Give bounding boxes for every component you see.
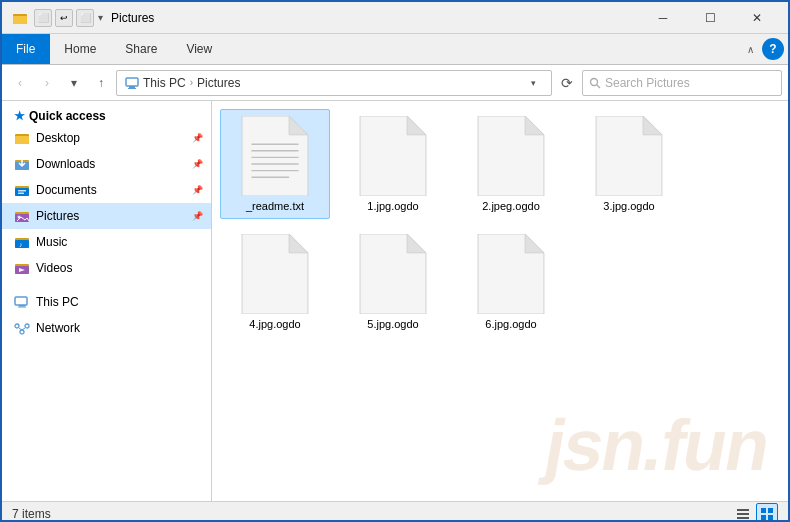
svg-rect-56 xyxy=(768,508,773,513)
files-area: jsn.fun _readme.txt xyxy=(212,101,788,501)
address-path[interactable]: This PC › Pictures ▾ xyxy=(116,70,552,96)
pc-icon xyxy=(125,76,139,90)
forward-button[interactable]: › xyxy=(35,71,59,95)
svg-rect-58 xyxy=(768,515,773,520)
qat-btn-3[interactable]: ⬜ xyxy=(76,9,94,27)
sidebar-item-thispc[interactable]: This PC xyxy=(2,289,211,315)
sidebar-item-label: Network xyxy=(36,321,80,335)
qat-btn-1[interactable]: ⬜ xyxy=(34,9,52,27)
svg-line-6 xyxy=(597,84,601,88)
window-controls: ─ ☐ ✕ xyxy=(640,2,780,34)
videos-icon xyxy=(14,260,30,276)
svg-point-29 xyxy=(25,324,29,328)
svg-rect-8 xyxy=(15,136,29,144)
svg-point-27 xyxy=(20,330,24,334)
svg-text:♪: ♪ xyxy=(19,241,23,248)
svg-rect-26 xyxy=(18,307,26,308)
ribbon-tabs: File Home Share View ∧ ? xyxy=(2,34,788,64)
svg-marker-43 xyxy=(525,116,544,135)
svg-marker-47 xyxy=(289,234,308,253)
main-area: ★Quick access Desktop 📌 xyxy=(2,101,788,501)
svg-marker-41 xyxy=(407,116,426,135)
qat-dropdown[interactable]: ▾ xyxy=(98,12,103,23)
svg-rect-24 xyxy=(15,297,27,305)
file-item[interactable]: _readme.txt xyxy=(220,109,330,219)
tab-file[interactable]: File xyxy=(2,34,50,64)
item-count: 7 items xyxy=(12,507,51,521)
pin-icon: 📌 xyxy=(192,185,203,195)
sidebar-item-label: Videos xyxy=(36,261,72,275)
svg-line-30 xyxy=(19,328,22,330)
up-button[interactable]: ↑ xyxy=(89,71,113,95)
svg-rect-13 xyxy=(18,190,26,192)
pin-icon: 📌 xyxy=(192,211,203,221)
file-name: 2.jpeg.ogdo xyxy=(482,200,540,212)
tab-share[interactable]: Share xyxy=(111,34,172,64)
file-item[interactable]: 3.jpg.ogdo xyxy=(574,109,684,219)
svg-point-5 xyxy=(591,78,598,85)
sidebar-item-desktop[interactable]: Desktop 📌 xyxy=(2,125,211,151)
sidebar-item-network[interactable]: Network xyxy=(2,315,211,341)
qat-btn-2[interactable]: ↩ xyxy=(55,9,73,27)
svg-rect-52 xyxy=(737,509,749,511)
file-name: _readme.txt xyxy=(246,200,304,212)
file-item[interactable]: 2.jpeg.ogdo xyxy=(456,109,566,219)
search-icon xyxy=(589,77,601,89)
title-bar: ⬜ ↩ ⬜ ▾ Pictures ─ ☐ ✕ xyxy=(2,2,788,34)
sidebar-item-label: This PC xyxy=(36,295,79,309)
close-button[interactable]: ✕ xyxy=(734,2,780,34)
search-box[interactable]: Search Pictures xyxy=(582,70,782,96)
sidebar-item-music[interactable]: ♪ Music xyxy=(2,229,211,255)
sidebar-section-quickaccess: ★Quick access xyxy=(2,105,211,125)
sidebar-item-downloads[interactable]: Downloads 📌 xyxy=(2,151,211,177)
svg-marker-33 xyxy=(289,116,308,135)
svg-rect-25 xyxy=(19,305,25,307)
svg-rect-53 xyxy=(737,513,749,515)
path-dropdown-button[interactable]: ▾ xyxy=(523,78,543,88)
file-item[interactable]: 6.jpg.ogdo xyxy=(456,227,566,337)
back-button[interactable]: ‹ xyxy=(8,71,32,95)
sidebar-item-label: Desktop xyxy=(36,131,80,145)
path-thispc: This PC xyxy=(143,76,186,90)
sidebar-item-label: Music xyxy=(36,235,67,249)
sidebar-item-label: Documents xyxy=(36,183,97,197)
documents-icon xyxy=(14,182,30,198)
sidebar-item-documents[interactable]: Documents 📌 xyxy=(2,177,211,203)
status-bar: 7 items xyxy=(2,501,788,522)
svg-rect-54 xyxy=(737,517,749,519)
svg-rect-3 xyxy=(129,86,135,88)
file-item[interactable]: 5.jpg.ogdo xyxy=(338,227,448,337)
music-icon: ♪ xyxy=(14,234,30,250)
file-icon-ogdo xyxy=(476,234,546,314)
svg-rect-57 xyxy=(761,515,766,520)
svg-rect-1 xyxy=(13,16,27,24)
file-icon-ogdo xyxy=(594,116,664,196)
dropdown-history-button[interactable]: ▾ xyxy=(62,71,86,95)
svg-rect-55 xyxy=(761,508,766,513)
address-bar: ‹ › ▾ ↑ This PC › Pictures ▾ ⟳ Search Pi… xyxy=(2,65,788,101)
tab-view[interactable]: View xyxy=(172,34,227,64)
svg-marker-51 xyxy=(525,234,544,253)
tab-home[interactable]: Home xyxy=(50,34,111,64)
list-view-button[interactable] xyxy=(732,503,754,523)
large-icons-view-button[interactable] xyxy=(756,503,778,523)
window-title: Pictures xyxy=(111,11,640,25)
file-name: 3.jpg.ogdo xyxy=(603,200,654,212)
maximize-button[interactable]: ☐ xyxy=(687,2,733,34)
file-name: 6.jpg.ogdo xyxy=(485,318,536,330)
view-toggle xyxy=(732,503,778,523)
svg-rect-2 xyxy=(126,78,138,86)
thispc-icon xyxy=(14,294,30,310)
pin-icon: 📌 xyxy=(192,133,203,143)
file-item[interactable]: 4.jpg.ogdo xyxy=(220,227,330,337)
sidebar-item-pictures[interactable]: Pictures 📌 xyxy=(2,203,211,229)
file-item[interactable]: 1.jpg.ogdo xyxy=(338,109,448,219)
refresh-button[interactable]: ⟳ xyxy=(555,71,579,95)
minimize-button[interactable]: ─ xyxy=(640,2,686,34)
downloads-icon xyxy=(14,156,30,172)
path-pictures: Pictures xyxy=(197,76,240,90)
help-button[interactable]: ? xyxy=(762,38,784,60)
sidebar-item-videos[interactable]: Videos xyxy=(2,255,211,281)
ribbon: File Home Share View ∧ ? xyxy=(2,34,788,65)
ribbon-collapse-button[interactable]: ∧ xyxy=(743,42,758,57)
